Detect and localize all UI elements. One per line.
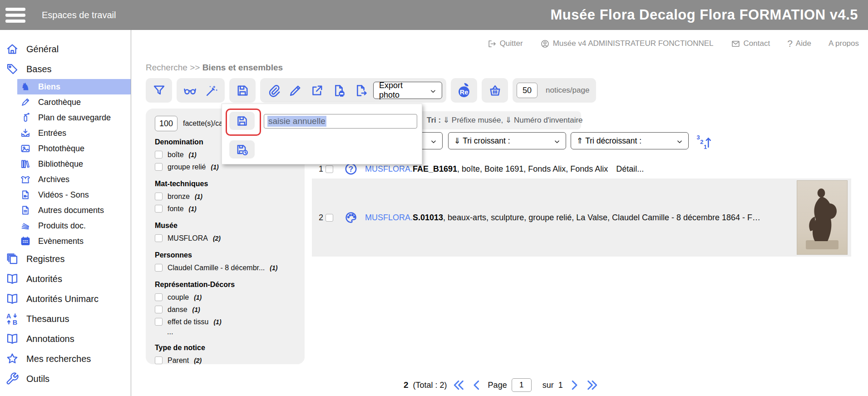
thesaurus-icon: AB xyxy=(5,312,19,326)
toolbar-group-actions: Export photo xyxy=(260,78,446,103)
inbox-icon xyxy=(20,128,31,139)
export-document-button[interactable] xyxy=(351,80,370,100)
knight-icon: ♞ xyxy=(20,81,31,92)
last-page-icon[interactable] xyxy=(586,378,599,392)
sidebar-item-autres-documents[interactable]: Autres documents xyxy=(0,203,131,218)
sidebar-item-ev-nements[interactable]: Evènements xyxy=(0,233,131,249)
top-bar: Espaces de travail Musée Flora Decalog F… xyxy=(0,0,868,30)
sidebar-item-autorit-s-unimarc[interactable]: Autorités Unimarc xyxy=(0,289,131,309)
facet-more[interactable]: ... xyxy=(167,328,305,337)
sidebar-item-biblioth-que[interactable]: Bibliothèque xyxy=(0,156,131,172)
result-id[interactable]: FAE_B1691 xyxy=(413,164,457,173)
quit-button[interactable]: Quitter xyxy=(487,39,523,49)
result-detail-link[interactable]: Détail... xyxy=(616,164,644,174)
result-thumbnail[interactable] xyxy=(797,180,848,255)
facet-label: groupe relié xyxy=(168,163,206,171)
facet-checkbox[interactable] xyxy=(155,193,163,200)
user-icon xyxy=(540,39,550,49)
facet-label: MUSFLORA xyxy=(168,234,208,243)
about-link[interactable]: A propos xyxy=(829,39,859,48)
page-number-input[interactable] xyxy=(512,378,532,392)
help-link[interactable]: ? Aide xyxy=(787,38,811,49)
attach-button[interactable] xyxy=(264,80,282,100)
previous-page-icon[interactable] xyxy=(470,378,483,392)
sidebar-item-label: Biens xyxy=(38,82,60,92)
facet-checkbox[interactable] xyxy=(155,151,163,158)
result-link[interactable]: MUSFLORA. xyxy=(365,213,413,222)
facet-checkbox[interactable] xyxy=(155,356,163,364)
facet-count: (1) xyxy=(270,264,277,272)
sidebar-item-label: Entrées xyxy=(38,129,66,138)
save-search-button[interactable] xyxy=(233,80,252,100)
edit-button[interactable] xyxy=(286,80,304,100)
facet-checkbox[interactable] xyxy=(155,318,163,326)
result-description: , boîte, Boite 1691, Fonds Alix, Fonds A… xyxy=(457,164,608,173)
basket-icon xyxy=(488,84,502,98)
facet-checkbox[interactable] xyxy=(155,306,163,313)
open-external-button[interactable] xyxy=(308,80,326,100)
sidebar-item-registres[interactable]: Registres xyxy=(0,249,131,269)
facet-checkbox[interactable] xyxy=(155,293,163,301)
recolnat-button[interactable]: Re xyxy=(455,80,473,100)
sidebar-item-plan-de-sauvegarde[interactable]: Plan de sauvegarde xyxy=(0,110,131,125)
next-page-icon[interactable] xyxy=(567,378,581,392)
result-checkbox[interactable] xyxy=(326,165,333,173)
hamburger-menu-icon[interactable] xyxy=(5,6,26,24)
workspaces-label[interactable]: Espaces de travail xyxy=(42,10,116,20)
result-description: , beaux-arts, sculpture, groupe relié, L… xyxy=(443,213,760,222)
facet-item: Claudel Camille - 8 décembr...(1) xyxy=(155,262,305,274)
sidebar-item-label: Autorités Unimarc xyxy=(26,294,99,304)
sidebar-item-biens[interactable]: ♞Biens xyxy=(17,79,131,94)
facet-group-title: Mat-techniques xyxy=(155,180,305,188)
sidebar-item-entr-es[interactable]: Entrées xyxy=(0,125,131,141)
sidebar-item-g-n-ral[interactable]: Général xyxy=(0,39,131,59)
popup-save-button[interactable] xyxy=(229,112,255,130)
contact-link[interactable]: Contact xyxy=(731,39,770,49)
export-photo-select[interactable]: Export photo xyxy=(373,82,442,99)
facet-count-input[interactable] xyxy=(155,116,178,131)
basket-button[interactable] xyxy=(486,80,504,100)
books-icon xyxy=(20,158,31,169)
facet-item: couple(1) xyxy=(155,291,305,303)
sidebar-item-bases[interactable]: Bases xyxy=(0,59,131,79)
pen-icon xyxy=(20,97,31,108)
search-name-input[interactable]: saisie annuelle xyxy=(264,114,417,129)
breadcrumb-section[interactable]: Recherche >> xyxy=(146,63,202,72)
sort-ascending-select[interactable]: ⇓ Tri croissant : xyxy=(448,132,566,149)
sidebar-item-caroth-que[interactable]: Carothèque xyxy=(0,94,131,110)
facet-checkbox[interactable] xyxy=(155,163,163,171)
breadcrumb-page: Biens et ensembles xyxy=(202,63,283,72)
sidebar-item-thesaurus[interactable]: ABThesaurus xyxy=(0,309,131,329)
sidebar-item-mes-recherches[interactable]: Mes recherches xyxy=(0,349,131,369)
facet-item: MUSFLORA(2) xyxy=(155,232,305,244)
facet-checkbox[interactable] xyxy=(155,205,163,213)
notices-per-page-label: notices/page xyxy=(546,86,589,95)
user-account[interactable]: Musée v4 ADMINISTRATEUR FONCTIONNEL xyxy=(540,39,714,49)
result-link[interactable]: MUSFLORA. xyxy=(365,164,413,173)
sidebar-item-annotations[interactable]: Annotations xyxy=(0,329,131,349)
sidebar-item-produits-doc-[interactable]: Produits doc. xyxy=(0,218,131,233)
sidebar-item-archives[interactable]: Archives xyxy=(0,172,131,187)
file-lines-icon xyxy=(20,205,31,216)
facet-checkbox[interactable] xyxy=(155,264,163,272)
first-page-icon[interactable] xyxy=(452,378,465,392)
sidebar-item-autorit-s[interactable]: Autorités xyxy=(0,269,131,289)
sort-numeric-icon[interactable]: 321 xyxy=(695,133,712,150)
sidebar-item-vid-os-sons[interactable]: Vidéos - Sons xyxy=(0,187,131,203)
facet-count: (1) xyxy=(213,318,221,326)
facet-checkbox[interactable] xyxy=(155,234,163,242)
filter-button[interactable] xyxy=(150,80,168,100)
notices-per-page-input[interactable] xyxy=(517,83,538,98)
popup-save-scheduled-button[interactable] xyxy=(229,140,255,158)
sidebar-item-label: Evènements xyxy=(38,237,84,246)
preview-button[interactable] xyxy=(181,80,199,100)
result-checkbox[interactable] xyxy=(326,214,333,222)
magic-wand-button[interactable] xyxy=(202,80,221,100)
facet-count: (1) xyxy=(195,193,202,200)
sort-descending-select[interactable]: ⇑ Tri décroissant : xyxy=(571,132,689,149)
sidebar-item-phototh-que[interactable]: Photothèque xyxy=(0,141,131,156)
book-icon xyxy=(5,292,19,306)
print-document-button[interactable] xyxy=(330,80,348,100)
result-id[interactable]: S.01013 xyxy=(413,213,443,222)
sidebar-item-outils[interactable]: Outils xyxy=(0,369,131,389)
